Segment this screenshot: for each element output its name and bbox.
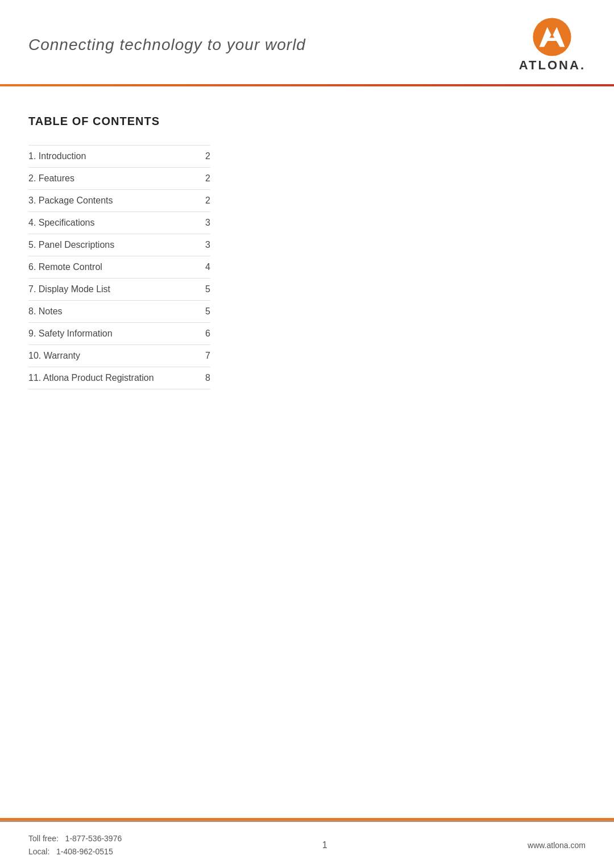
toc-item-label: 11. Atlona Product Registration [28,367,188,389]
toc-item-label: 5. Panel Descriptions [28,234,188,256]
toc-row: 6. Remote Control4 [28,256,210,279]
toc-item-page: 2 [188,190,210,212]
toc-item-page: 5 [188,301,210,323]
toc-item-page: 7 [188,345,210,367]
toc-item-label: 9. Safety Information [28,323,188,345]
toc-item-label: 2. Features [28,168,188,190]
footer-page-number: 1 [322,840,327,850]
toc-table: 1. Introduction22. Features23. Package C… [28,145,210,389]
atlona-logo-text: ATLONA. [519,58,586,73]
toc-row: 3. Package Contents2 [28,190,210,212]
toc-item-page: 3 [188,212,210,234]
atlona-logo-icon [532,17,572,57]
toc-item-label: 3. Package Contents [28,190,188,212]
toc-row: 4. Specifications3 [28,212,210,234]
footer: Toll free: 1-877-536-3976 Local: 1-408-9… [0,822,614,868]
local-label: Local: [28,847,49,856]
toc-item-page: 5 [188,279,210,301]
footer-contact: Toll free: 1-877-536-3976 Local: 1-408-9… [28,832,122,858]
toc-row: 1. Introduction2 [28,146,210,168]
toc-item-label: 10. Warranty [28,345,188,367]
toc-item-page: 2 [188,168,210,190]
toc-item-page: 4 [188,256,210,279]
toc-row: 8. Notes5 [28,301,210,323]
page: Connecting technology to your world ATLO… [0,0,614,868]
toc-item-label: 6. Remote Control [28,256,188,279]
toc-row: 7. Display Mode List5 [28,279,210,301]
toc-item-label: 7. Display Mode List [28,279,188,301]
toc-row: 5. Panel Descriptions3 [28,234,210,256]
local-number: 1-408-962-0515 [56,847,113,856]
toll-free-number: 1-877-536-3976 [65,834,122,843]
toc-item-page: 6 [188,323,210,345]
footer-local: Local: 1-408-962-0515 [28,845,122,858]
toll-free-label: Toll free: [28,834,59,843]
atlona-logo: ATLONA. [519,17,586,73]
footer-dividers [0,818,614,822]
toc-item-label: 4. Specifications [28,212,188,234]
header: Connecting technology to your world ATLO… [0,0,614,84]
toc-item-page: 8 [188,367,210,389]
toc-title: TABLE OF CONTENTS [28,115,586,128]
toc-item-page: 3 [188,234,210,256]
toc-item-label: 8. Notes [28,301,188,323]
footer-website: www.atlona.com [528,841,586,850]
toc-row: 9. Safety Information6 [28,323,210,345]
toc-row: 2. Features2 [28,168,210,190]
toc-item-label: 1. Introduction [28,146,188,168]
main-content: TABLE OF CONTENTS 1. Introduction22. Fea… [0,86,614,818]
svg-point-0 [533,18,571,56]
footer-divider-brown [0,820,614,822]
footer-toll-free: Toll free: 1-877-536-3976 [28,832,122,845]
toc-row: 11. Atlona Product Registration8 [28,367,210,389]
header-tagline: Connecting technology to your world [28,36,306,54]
svg-rect-3 [544,38,560,41]
toc-item-page: 2 [188,146,210,168]
toc-row: 10. Warranty7 [28,345,210,367]
